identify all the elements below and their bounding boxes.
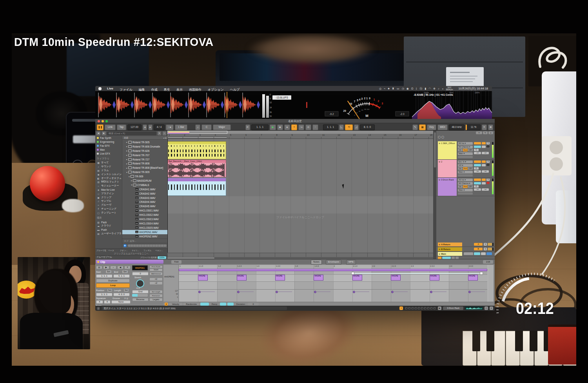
- return-name-block[interactable]: ⊕B Return: [438, 247, 462, 251]
- monitor-off[interactable]: Off: [468, 167, 473, 170]
- pan-value[interactable]: C: [474, 167, 479, 170]
- midi-note-editor[interactable]: HHOPEN1 11.1.31.21.2.31.31.3.31.41.4.322…: [163, 265, 494, 302]
- legato-button[interactable]: Legato: [149, 298, 163, 301]
- arrangement-follow-toggle[interactable]: ❚❚: [97, 124, 103, 130]
- sig-denominator[interactable]: 4: [104, 300, 111, 304]
- double-time-button[interactable]: ×2: [149, 277, 163, 281]
- track-name[interactable]: 1 SEK_Offloor: [441, 142, 455, 144]
- window-titlebar[interactable]: 名称未設定: [95, 119, 495, 123]
- reverse-button[interactable]: Reverse: [132, 298, 149, 301]
- step-cell[interactable]: [405, 307, 408, 310]
- tab-mpe[interactable]: MPE: [346, 260, 356, 264]
- file-row[interactable]: CRASH5.WAV: [122, 204, 168, 208]
- deviation-field[interactable]: 0: [248, 303, 259, 306]
- track-fold-icon[interactable]: ⊕: [439, 142, 440, 144]
- arm-button[interactable]: [486, 182, 490, 184]
- sidebar-item[interactable]: ≈グルーヴ: [95, 203, 122, 207]
- return-track-header[interactable]: ⊕A ReturnAS: [436, 242, 495, 247]
- output-select[interactable]: Main ▾: [458, 152, 473, 155]
- input-source-icon[interactable]: Ⓐ: [419, 86, 422, 91]
- file-row[interactable]: ▸Roland TR-606 Drumatix: [122, 144, 168, 149]
- track-fold-icon[interactable]: ⊕: [439, 248, 440, 250]
- set-length-button[interactable]: Set Length: [149, 290, 163, 294]
- pan-slider[interactable]: [482, 142, 486, 144]
- file-row[interactable]: HHCLOSE1.WAV: [122, 208, 168, 213]
- record-button[interactable]: ●: [284, 124, 290, 130]
- humanize-slider[interactable]: [132, 294, 148, 297]
- file-row[interactable]: CRASH4.WAV: [122, 200, 168, 204]
- velocity-lane-select[interactable]: Velocity: [169, 303, 182, 306]
- midi-note[interactable]: HHOPE: [198, 275, 208, 281]
- file-row[interactable]: ▾CYMBALS: [122, 183, 168, 187]
- midi-note[interactable]: HHOPE: [352, 275, 362, 281]
- monitor-in[interactable]: In: [458, 149, 463, 151]
- sidebar-place-item[interactable]: ☁クラウド: [95, 224, 122, 228]
- lane-toggle[interactable]: ▾: [165, 303, 168, 306]
- track-header[interactable]: ⊕1 SEK_OffloorAll Ins ▾All Channe ▾InAut…: [436, 141, 495, 160]
- time-ruler[interactable]: [167, 253, 433, 257]
- sidebar-item[interactable]: ♫サンプル: [95, 199, 122, 203]
- disclosure-arrow[interactable]: ▸: [125, 154, 128, 156]
- step-cell[interactable]: [414, 307, 417, 310]
- groove-global-amount[interactable]: 100%: [158, 256, 166, 259]
- sidebar-place-item[interactable]: ▬Push: [95, 228, 122, 232]
- v-scrollbar[interactable]: [433, 131, 436, 259]
- disclosure-arrow[interactable]: ▸: [125, 150, 128, 152]
- pan-slider[interactable]: [482, 179, 486, 181]
- return-track-header[interactable]: ⊕B ReturnBS: [436, 247, 495, 252]
- sidebar-item[interactable]: ◈Max for Live: [95, 188, 122, 192]
- clip-end-field[interactable]: 5. 1. 1: [113, 274, 130, 278]
- punch-out-button[interactable]: ◿: [354, 124, 359, 130]
- footer-track-name[interactable]: 3-Drum Rack: [443, 306, 463, 310]
- file-row[interactable]: ▸Roland TR-808 [BlackFace]: [122, 166, 168, 170]
- solo-button[interactable]: S: [484, 243, 487, 246]
- loop-length-field[interactable]: 8. 0. 0: [360, 124, 375, 130]
- solo-button[interactable]: S: [486, 179, 490, 181]
- main-track-header[interactable]: ⊕Main: [436, 252, 495, 256]
- disclosure-arrow[interactable]: ▾: [128, 175, 131, 178]
- clip-start-field[interactable]: 1. 1. 1: [96, 274, 113, 278]
- sidebar-item[interactable]: ♯チューニング: [95, 207, 122, 211]
- file-row[interactable]: ▸Roland TR-727: [122, 157, 168, 162]
- menubar-clock[interactable]: 10月26日(日) 16:44:18: [456, 86, 492, 91]
- loop-start-field[interactable]: 1. 1. 1: [323, 124, 338, 130]
- step-cell[interactable]: [433, 307, 436, 310]
- nudge-down-button[interactable]: ◂: [143, 124, 147, 130]
- file-row[interactable]: ▸Roland TR-707: [122, 153, 168, 157]
- monitor-auto[interactable]: Auto: [463, 149, 468, 151]
- sidebar-item[interactable]: ▤ドラム: [95, 169, 122, 173]
- velocity-marker[interactable]: [353, 291, 355, 293]
- scale-icon[interactable]: ♪: [195, 124, 200, 130]
- clip-icon-tab[interactable]: ✕: [124, 266, 131, 269]
- arrangement-overview[interactable]: [167, 131, 433, 134]
- file-row[interactable]: ▸BASSDRUM: [122, 179, 168, 183]
- metronome-button[interactable]: ○●: [166, 124, 174, 130]
- disclosure-arrow[interactable]: ▸: [130, 179, 133, 182]
- send-b-slider[interactable]: [482, 146, 486, 148]
- browser-back-button[interactable]: ◀: [96, 131, 101, 136]
- solo-button[interactable]: S: [486, 142, 490, 144]
- volume-slider[interactable]: [474, 142, 481, 144]
- input-channel-select[interactable]: 1/2 ▾: [458, 164, 473, 167]
- scale-root-menu[interactable]: C: [201, 124, 212, 130]
- step-cell[interactable]: [424, 307, 426, 310]
- main-pan-slider[interactable]: [481, 252, 486, 255]
- scale-name-menu[interactable]: Major: [213, 124, 231, 130]
- browser-tag-live-efx[interactable]: Live EFX: [95, 151, 122, 155]
- tab-envelopes[interactable]: Envelopes: [326, 260, 341, 264]
- fold-button[interactable]: Fold: [171, 260, 181, 264]
- tempo-field[interactable]: 127.00: [127, 124, 142, 130]
- velocity-marker[interactable]: [314, 291, 316, 293]
- groove-select[interactable]: None: [111, 300, 131, 304]
- groove-column-header[interactable]: ランダム: [143, 249, 154, 252]
- length-set-button[interactable]: Set: [123, 288, 129, 292]
- zoom-amount-pill[interactable]: [442, 257, 451, 259]
- input-channel-select[interactable]: All Channe ▾: [458, 182, 473, 185]
- groove-refresh-icon[interactable]: ⟳ ◎: [124, 297, 128, 299]
- add-track-button[interactable]: [438, 257, 441, 259]
- bluetooth-icon[interactable]: ᛒ: [416, 86, 417, 91]
- cue-out-select[interactable]: [464, 252, 473, 255]
- browser-tag-max[interactable]: Max: [95, 148, 122, 151]
- file-row[interactable]: CRASH3.WAV: [122, 196, 168, 200]
- collapse-all-button[interactable]: ⊕: [441, 136, 444, 139]
